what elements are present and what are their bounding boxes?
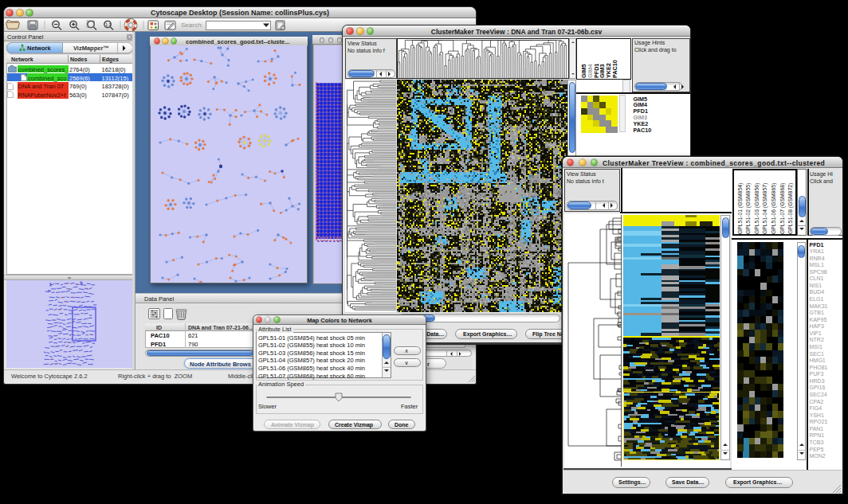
svg-text:GPL51-01 (GSM854): GPL51-01 (GSM854): [737, 183, 744, 234]
svg-text:PAC10: PAC10: [611, 60, 618, 78]
svg-text:GPL51-06 (GSM865): GPL51-06 (GSM865): [771, 183, 777, 234]
svg-text:GPL51-02 (GSM855): GPL51-02 (GSM855): [745, 183, 752, 234]
svg-text:GPL51-04 (GSM857): GPL51-04 (GSM857): [762, 183, 768, 234]
svg-text:Search:: Search:: [181, 21, 203, 29]
svg-text:GPL51-08 (GSM872): GPL51-08 (GSM872): [787, 183, 794, 234]
svg-text:1:1: 1:1: [105, 22, 112, 27]
svg-text:GPL51-07 (GSM868): GPL51-07 (GSM868): [779, 183, 786, 234]
svg-text:GPL51-03 (GSM856): GPL51-03 (GSM856): [754, 183, 760, 234]
